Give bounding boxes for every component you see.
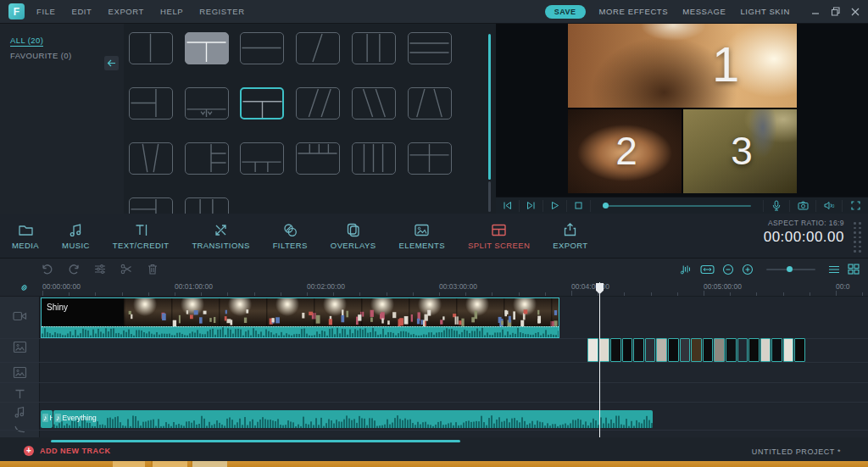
split-template-8[interactable] [185, 87, 229, 120]
adjust-icon[interactable] [93, 263, 107, 275]
split-template-2[interactable] [185, 32, 229, 64]
list-view-icon[interactable] [828, 264, 840, 275]
skip-back-icon [503, 201, 512, 210]
track-header-column [0, 297, 40, 437]
maximize-icon[interactable] [831, 7, 840, 16]
split-template-11[interactable] [352, 87, 396, 120]
pip-frame-8 [668, 338, 679, 362]
preview-panel-2: 2 [568, 109, 682, 193]
timecode: 00:00:00.00 [764, 229, 844, 246]
snapshot-button[interactable] [789, 200, 815, 212]
zoom-knob[interactable] [787, 266, 793, 272]
split-template-18[interactable] [408, 142, 452, 175]
fullscreen-button[interactable] [842, 200, 868, 212]
split-template-3[interactable] [240, 32, 284, 64]
extra-track-icon [13, 425, 27, 436]
templates-scrollbar-track[interactable] [488, 181, 491, 212]
panel-drag-handle[interactable] [854, 222, 861, 253]
message-button[interactable]: MESSAGE [682, 7, 726, 16]
collapse-panel-button[interactable] [104, 56, 119, 70]
transitions-icon [212, 221, 230, 238]
split-template-6[interactable] [408, 32, 452, 64]
stop-icon [574, 201, 583, 210]
save-button[interactable]: SAVE [545, 5, 586, 19]
panel-number-2: 2 [615, 128, 637, 174]
tab-all[interactable]: ALL (20) [10, 36, 43, 47]
toolbar-elements[interactable]: ELEMENTS [399, 221, 445, 250]
text-track-icon [13, 388, 27, 400]
playhead-line[interactable] [599, 282, 600, 437]
video-clip-shiny[interactable]: Shiny [41, 297, 559, 338]
next-frame-button[interactable] [520, 200, 543, 212]
zoom-in-icon[interactable] [742, 264, 754, 275]
seek-knob[interactable] [603, 203, 609, 208]
split-template-16[interactable] [296, 142, 340, 175]
menu-export[interactable]: EXPORT [108, 7, 145, 16]
tab-favourite[interactable]: FAVOURITE (0) [10, 51, 72, 60]
zoom-out-icon[interactable] [722, 264, 734, 275]
stop-button[interactable] [567, 200, 591, 212]
add-new-track-button[interactable]: + ADD NEW TRACK [24, 446, 111, 456]
pip-image-clip[interactable] [587, 338, 805, 362]
split-template-20[interactable] [185, 197, 229, 214]
menu-register[interactable]: REGISTER [199, 7, 244, 16]
menu-edit[interactable]: EDIT [71, 7, 92, 16]
split-template-14[interactable] [185, 142, 229, 175]
redo-icon[interactable] [67, 263, 81, 275]
split-template-13[interactable] [129, 142, 173, 175]
toolbar-media[interactable]: MEDIA [12, 221, 39, 250]
more-effects-button[interactable]: MORE EFFECTS [599, 7, 669, 16]
audio-clip-1[interactable]: ♪H [41, 410, 53, 428]
seek-slider[interactable] [591, 205, 763, 207]
music-note-icon: ♪ [42, 414, 48, 422]
audio-clip-everything[interactable]: ♪Everything [53, 410, 653, 428]
pip-frame-15 [748, 338, 760, 362]
split-template-15[interactable] [240, 142, 284, 175]
pip-frame-18 [783, 338, 794, 362]
split-template-19[interactable] [129, 197, 173, 214]
pip-frame-2 [599, 338, 610, 362]
light-skin-button[interactable]: LIGHT SKIN [740, 7, 790, 16]
toolbar-music[interactable]: MUSIC [62, 221, 90, 250]
split-template-12[interactable] [408, 87, 452, 120]
minimize-icon[interactable] [811, 8, 820, 16]
split-template-1[interactable] [129, 32, 173, 64]
ruler-label: 00:04:00:00 [571, 282, 609, 291]
pip-frame-19 [794, 338, 805, 362]
split-template-10[interactable] [296, 87, 340, 120]
split-template-17[interactable] [352, 142, 396, 175]
toolbar-transitions[interactable]: TRANSITIONS [192, 221, 249, 250]
link-tracks-icon[interactable] [17, 281, 31, 295]
menu-help[interactable]: HELP [160, 7, 183, 16]
split-template-7[interactable] [129, 87, 173, 120]
timeline-ruler[interactable]: 00:00:00:0000:01:00:0000:02:00:0000:03:0… [0, 280, 868, 297]
video-clip-filmstrip [42, 298, 559, 326]
toolbar-filters[interactable]: FILTERS [273, 221, 308, 250]
undo-icon[interactable] [41, 263, 54, 275]
ruler-label: 00:01:00:00 [175, 282, 213, 291]
menu-file[interactable]: FILE [36, 7, 55, 16]
pip-frame-1 [587, 338, 598, 362]
cut-scissors-icon[interactable] [120, 263, 133, 275]
preview-area: 1 2 3 [496, 24, 868, 197]
play-button[interactable] [543, 200, 567, 212]
pip-frame-11 [703, 338, 714, 362]
grid-view-icon[interactable] [848, 264, 860, 275]
record-voiceover-button[interactable] [763, 200, 789, 212]
timeline-zoom-slider[interactable] [766, 269, 815, 270]
delete-trash-icon[interactable] [146, 263, 159, 275]
audio-mixer-icon[interactable] [680, 263, 693, 275]
toolbar-split-screen[interactable]: SPLIT SCREEN [468, 221, 530, 250]
close-icon[interactable] [851, 8, 860, 16]
split-template-4[interactable] [296, 32, 340, 64]
toolbar-overlays[interactable]: OVERLAYS [331, 221, 376, 250]
toolbar-text-credit[interactable]: TEXT/CREDIT [113, 221, 170, 250]
split-template-5[interactable] [352, 32, 396, 64]
toolbar-export[interactable]: EXPORT [553, 221, 587, 250]
volume-button[interactable]: 0 [815, 200, 842, 212]
audio-waveform [53, 414, 653, 428]
fit-timeline-icon[interactable] [700, 264, 715, 275]
templates-scrollbar-thumb[interactable] [488, 34, 491, 180]
prev-frame-button[interactable] [496, 200, 520, 212]
split-template-9[interactable] [240, 87, 284, 120]
